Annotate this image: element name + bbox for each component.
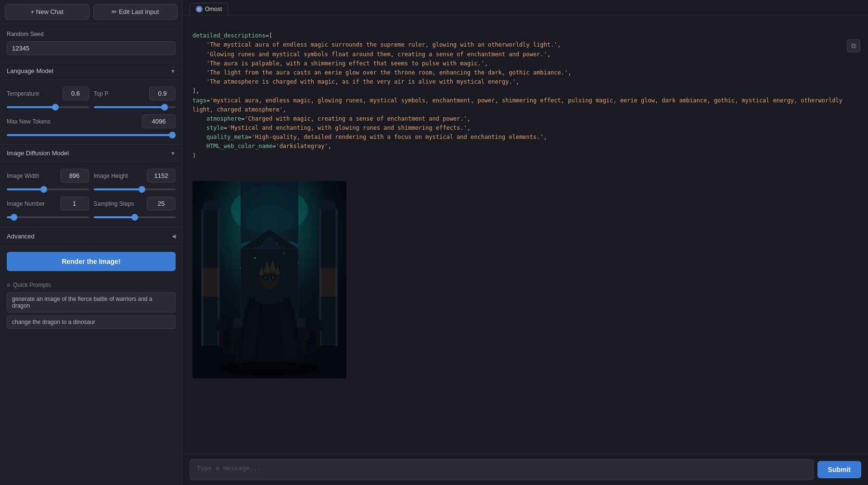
omost-tab[interactable]: ◎ Omost — [190, 3, 228, 15]
advanced-collapse-icon: ◀ — [172, 233, 176, 239]
max-tokens-input[interactable] — [142, 114, 176, 128]
random-seed-input[interactable] — [7, 41, 176, 55]
temperature-label: Temperature — [7, 90, 39, 97]
image-height-input[interactable] — [147, 169, 176, 183]
image-number-input[interactable] — [60, 197, 89, 211]
omost-tab-label: Omost — [205, 6, 222, 12]
new-chat-button[interactable]: + New Chat — [5, 4, 89, 20]
omost-tab-icon: ◎ — [196, 6, 203, 12]
render-button[interactable]: Render the Image! — [7, 252, 176, 271]
quick-prompts-section: ≡ Quick Prompts generate an image of the… — [0, 277, 182, 336]
message-input[interactable] — [190, 459, 814, 480]
image-height-label: Image Height — [94, 173, 128, 179]
tab-bar: ◎ Omost — [183, 0, 868, 15]
copy-button[interactable]: ⧉ — [847, 39, 860, 52]
language-model-title: Language Model — [7, 67, 53, 75]
sampling-steps-label: Sampling Steps — [94, 200, 134, 207]
quick-prompts-label: Quick Prompts — [13, 282, 51, 288]
image-diffusion-params: Image Width Image Height Image Number — [0, 162, 182, 227]
image-number-label: Image Number — [7, 200, 45, 207]
svg-rect-46 — [192, 181, 346, 378]
advanced-label: Advanced — [7, 233, 35, 240]
random-seed-section: Random Seed — [0, 24, 182, 62]
image-width-label: Image Width — [7, 173, 39, 179]
image-width-input[interactable] — [60, 169, 89, 183]
top-p-label: Top P — [94, 90, 109, 97]
edit-last-button[interactable]: ✏ Edit Last Input — [93, 4, 178, 20]
submit-button[interactable]: Submit — [817, 461, 861, 478]
message-input-area: Submit — [183, 454, 868, 485]
top-p-slider[interactable] — [94, 106, 176, 108]
sampling-steps-slider[interactable] — [94, 216, 176, 218]
left-panel: + New Chat ✏ Edit Last Input Random Seed… — [0, 0, 183, 485]
sampling-steps-input[interactable] — [147, 197, 176, 211]
image-height-slider[interactable] — [94, 188, 176, 190]
generated-image — [192, 181, 346, 378]
random-seed-label: Random Seed — [7, 31, 176, 37]
image-width-slider[interactable] — [7, 188, 89, 190]
max-tokens-slider[interactable] — [7, 134, 176, 136]
quick-prompts-header: ≡ Quick Prompts — [7, 282, 176, 288]
quick-prompts-icon: ≡ — [7, 282, 10, 288]
quick-prompt-item-1[interactable]: generate an image of the fierce battle o… — [7, 292, 176, 312]
image-wrapper — [183, 176, 868, 388]
max-tokens-label: Max New Tokens — [7, 118, 51, 125]
code-output: detailed_descriptions=[ 'The mystical au… — [183, 15, 868, 176]
top-buttons: + New Chat ✏ Edit Last Input — [0, 0, 182, 24]
image-number-slider[interactable] — [7, 216, 89, 218]
language-model-header[interactable]: Language Model ▼ — [0, 62, 182, 80]
chat-area[interactable]: ⧉ detailed_descriptions=[ 'The mystical … — [183, 15, 868, 454]
language-model-collapse-icon: ▼ — [170, 68, 176, 74]
image-diffusion-title: Image Diffusion Model — [7, 149, 69, 157]
top-p-input[interactable] — [149, 87, 176, 100]
advanced-section[interactable]: Advanced ◀ — [0, 227, 182, 246]
image-diffusion-header[interactable]: Image Diffusion Model ▼ — [0, 145, 182, 162]
temperature-input[interactable] — [63, 87, 89, 100]
image-diffusion-collapse-icon: ▼ — [170, 150, 176, 156]
right-panel: ◎ Omost ⧉ detailed_descriptions=[ 'The m… — [183, 0, 868, 485]
temperature-slider[interactable] — [7, 106, 89, 108]
language-model-params: Temperature Top P Max New Tokens — [0, 80, 182, 145]
quick-prompt-item-2[interactable]: change the dragon to a dinosaur — [7, 315, 176, 329]
